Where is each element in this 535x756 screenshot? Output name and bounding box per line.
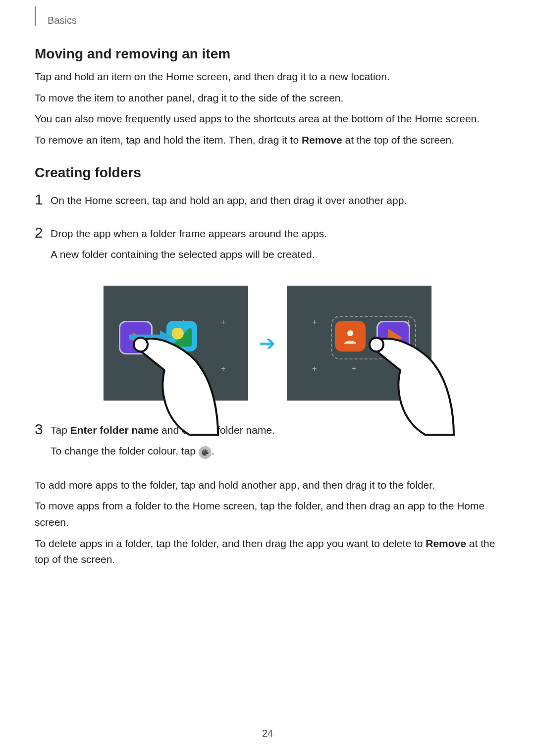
paragraph: To remove an item, tap and hold the item… [35,132,500,149]
grid-dot-icon: + [312,364,317,373]
hand-gesture-icon [130,336,219,440]
paragraph: To add more apps to the folder, tap and … [35,477,500,494]
text-bold-remove: Remove [302,134,342,146]
figure-panel-left: + + + + [104,286,248,401]
paragraph: To move apps from a folder to the Home s… [35,498,500,530]
svg-point-2 [347,330,353,336]
step-number: 2 [35,224,51,268]
heading-moving-removing: Moving and removing an item [35,46,500,62]
step-row: 1 On the Home screen, tap and hold an ap… [35,191,500,214]
text-bold-remove: Remove [426,538,466,549]
svg-point-4 [370,338,383,352]
step-text: On the Home screen, tap and hold an app,… [51,193,500,209]
step-row: 2 Drop the app when a folder frame appea… [35,224,500,268]
paragraph: To delete apps in a folder, tap the fold… [35,536,500,568]
text: Tap [51,424,70,436]
heading-creating-folders: Creating folders [35,165,500,181]
svg-point-1 [134,338,148,352]
text: at the top of the screen. [342,134,454,146]
figure-create-folder: + + + + ➔ + + + + + [35,286,500,401]
figure-panel-right: + + + + + [287,286,431,401]
breadcrumb: Basics [35,15,500,26]
paragraph: Tap and hold an item on the Home screen,… [35,69,500,85]
step-number: 1 [35,191,51,214]
text: To remove an item, tap and hold the item… [35,134,302,146]
step-text: To change the folder colour, tap . [51,443,500,459]
step-text: A new folder containing the selected app… [51,247,500,263]
text: . [212,445,214,456]
arrow-right-icon: ➔ [259,332,276,354]
step-text: Drop the app when a folder frame appears… [51,226,500,242]
app-icon-contacts [335,321,366,352]
grid-dot-icon: + [221,364,225,373]
grid-dot-icon: + [352,364,356,373]
hand-gesture-icon [366,336,455,440]
breadcrumb-divider [35,6,36,26]
grid-dot-icon: + [221,318,225,327]
person-icon [341,327,359,345]
text: To delete apps in a folder, tap the fold… [35,538,426,549]
step-number: 3 [35,420,51,464]
paragraph: To move the item to another panel, drag … [35,90,500,106]
breadcrumb-label: Basics [48,15,77,26]
page-number: 24 [0,728,535,739]
paragraph: You can also move frequently used apps t… [35,111,500,127]
text: To change the folder colour, tap [51,445,199,456]
palette-icon [199,446,212,459]
grid-dot-icon: + [312,318,317,327]
